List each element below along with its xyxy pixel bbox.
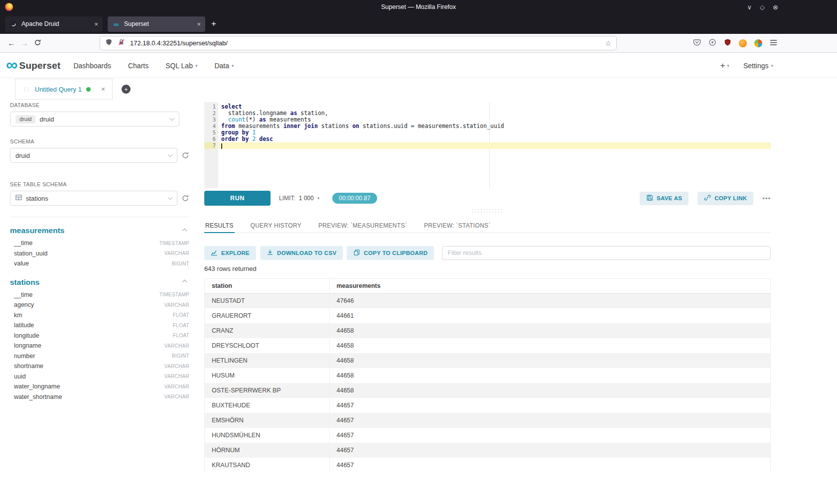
table-row: BUXTEHUDE44657 xyxy=(205,398,770,413)
column-type: BIGINT xyxy=(172,261,189,266)
run-button[interactable]: RUN xyxy=(204,191,271,206)
nav-item-data[interactable]: Data▾ xyxy=(214,62,234,70)
window-close-button[interactable]: ⊗ xyxy=(773,3,778,11)
window-maximize-button[interactable]: ◇ xyxy=(760,3,765,11)
schema-table-name: stations xyxy=(10,278,39,287)
tab-preview-measurements[interactable]: PREVIEW: `MEASUREMENTS` xyxy=(317,219,408,233)
cell-station: HUSUM xyxy=(205,368,329,383)
drag-handle-icon[interactable]: ⋮⋮ xyxy=(22,87,29,92)
bookmark-star-icon[interactable]: ☆ xyxy=(605,39,611,47)
tab-results[interactable]: RESULTS xyxy=(204,219,235,233)
column-name: number xyxy=(14,353,35,360)
address-bar[interactable]: 172.18.0.4:32251/superset/sqllab/ ☆ xyxy=(100,36,617,50)
cell-measurements: 44658 xyxy=(329,338,770,353)
schema-table-name: measurements xyxy=(10,226,64,235)
nav-item-dashboards[interactable]: Dashboards xyxy=(73,62,111,70)
collapse-chevron-icon[interactable] xyxy=(182,228,187,233)
superset-logo[interactable]: ∞ Superset xyxy=(6,59,60,73)
nav-item-sql-lab[interactable]: SQL Lab▾ xyxy=(165,62,197,70)
schema-table-header[interactable]: measurements xyxy=(10,226,189,235)
pocket-icon[interactable] xyxy=(693,38,701,48)
column-header[interactable]: measurements xyxy=(329,279,770,293)
cell-station: NEUSTADT xyxy=(205,293,329,308)
shield-icon[interactable] xyxy=(105,38,113,48)
column-name: longname xyxy=(14,342,41,349)
limit-dropdown[interactable]: LIMIT: 1 000 ▾ xyxy=(279,195,319,202)
schema-column-row: station_uuidVARCHAR xyxy=(10,249,189,259)
cell-station: EMSHÖRN xyxy=(205,413,329,428)
browser-tab-superset[interactable]: ∞ Superset × xyxy=(108,16,205,32)
tab-preview-stations[interactable]: PREVIEW: `STATIONS` xyxy=(423,219,492,233)
forward-button[interactable]: → xyxy=(18,39,31,47)
schema-select[interactable]: druid xyxy=(10,148,177,163)
chevron-down-icon: ▾ xyxy=(195,63,198,68)
nav-item-charts[interactable]: Charts xyxy=(128,62,148,70)
clipboard-icon xyxy=(353,249,360,257)
column-type: VARCHAR xyxy=(164,374,189,379)
ublock-extension-icon[interactable] xyxy=(724,38,731,48)
copy-to-clipboard-button[interactable]: COPY TO CLIPBOARD xyxy=(347,246,434,260)
cell-measurements: 44658 xyxy=(329,323,770,338)
line-number: 3 xyxy=(204,117,216,123)
table-row: EMSHÖRN44657 xyxy=(205,413,770,428)
table-row: NEUSTADT47646 xyxy=(205,293,770,308)
tab-close-icon[interactable]: × xyxy=(94,20,98,28)
tab-close-icon[interactable]: × xyxy=(197,20,201,28)
chevron-down-icon: ▾ xyxy=(317,196,320,201)
add-new-button[interactable]: +▾ xyxy=(720,61,729,71)
chevron-down-icon xyxy=(168,195,173,200)
cell-measurements: 44657 xyxy=(329,428,770,443)
refresh-table-icon[interactable] xyxy=(181,194,189,202)
chart-icon xyxy=(211,249,218,257)
back-button[interactable]: ← xyxy=(5,39,18,47)
column-type: FLOAT xyxy=(173,323,189,328)
more-options-button[interactable]: ••• xyxy=(762,195,771,202)
column-type: TIMESTAMP xyxy=(159,241,189,246)
table-select[interactable]: stations xyxy=(10,191,177,206)
save-as-button[interactable]: SAVE AS xyxy=(640,192,689,205)
reload-button[interactable] xyxy=(31,39,44,48)
chevron-down-icon: ▾ xyxy=(232,63,234,68)
collapse-chevron-icon[interactable] xyxy=(182,280,187,285)
account-badge-icon[interactable] xyxy=(708,38,716,48)
cell-measurements: 47646 xyxy=(329,293,770,308)
pane-resize-handle[interactable]: ··········· ··········· xyxy=(204,208,771,213)
table-row: DREYSCHLOOT44658 xyxy=(205,338,770,353)
results-table: stationmeasurements NEUSTADT47646GRAUERO… xyxy=(204,278,771,472)
editor-toolbar: RUN LIMIT: 1 000 ▾ 00:00:00.87 SAVE AS xyxy=(204,191,771,206)
cell-measurements: 44657 xyxy=(329,413,770,428)
explore-button[interactable]: EXPLORE xyxy=(204,246,256,260)
titlebar: Superset — Mozilla Firefox ∨ ◇ ⊗ xyxy=(0,0,837,14)
column-name: water_longname xyxy=(14,383,60,390)
add-query-tab-button[interactable]: + xyxy=(122,85,131,94)
cell-station: CRANZ xyxy=(205,323,329,338)
extension-pinwheel-icon[interactable] xyxy=(754,39,762,47)
column-header[interactable]: station xyxy=(205,279,329,293)
tab-label: Apache Druid xyxy=(21,20,59,27)
database-label: DATABASE xyxy=(10,102,189,108)
database-select[interactable]: druid druid xyxy=(10,112,179,126)
filter-results-input[interactable] xyxy=(442,246,771,260)
table-row: HÖRNUM44657 xyxy=(205,443,770,458)
profile-avatar-icon[interactable] xyxy=(739,39,747,47)
table-row: HETLINGEN44658 xyxy=(205,353,770,368)
download-csv-button[interactable]: DOWNLOAD TO CSV xyxy=(260,246,343,260)
results-table-body: NEUSTADT47646GRAUERORT44661CRANZ44658DRE… xyxy=(205,293,770,472)
column-type: VARCHAR xyxy=(164,394,189,399)
browser-tab-apache-druid[interactable]: Apache Druid × xyxy=(5,16,103,32)
query-tab-untitled-query-1[interactable]: ⋮⋮ Untitled Query 1 × xyxy=(15,79,113,100)
menu-hamburger-icon[interactable] xyxy=(770,39,777,48)
schema-table-header[interactable]: stations xyxy=(10,278,189,287)
sql-editor[interactable]: 1234567 select stations.longname as stat… xyxy=(204,102,771,188)
window-minimize-button[interactable]: ∨ xyxy=(747,3,752,11)
sql-editor-lines[interactable]: select stations.longname as station, cou… xyxy=(218,102,771,188)
insecure-lock-icon[interactable] xyxy=(118,38,125,48)
refresh-schema-icon[interactable] xyxy=(181,151,189,159)
query-tab-close-icon[interactable]: × xyxy=(101,85,105,93)
copy-link-button[interactable]: COPY LINK xyxy=(698,192,753,205)
tab-query-history[interactable]: QUERY HISTORY xyxy=(250,219,302,233)
settings-menu[interactable]: Settings▾ xyxy=(743,62,773,70)
rows-returned-text: 643 rows returned xyxy=(204,265,257,272)
new-tab-button[interactable]: + xyxy=(211,19,216,29)
cell-measurements: 44657 xyxy=(329,458,770,472)
